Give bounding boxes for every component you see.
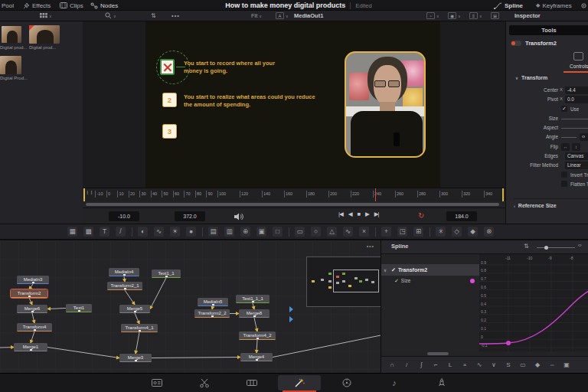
merge3d-tool-icon[interactable]: ⊗ <box>484 227 494 237</box>
page-button-fusion[interactable] <box>278 375 321 390</box>
flip-horizontal-button[interactable]: ↔ <box>561 143 570 151</box>
page-button-edit[interactable] <box>230 375 273 390</box>
ellipse-mask-tool-icon[interactable]: ○ <box>311 227 321 237</box>
media-clip-thumbnail[interactable] <box>2 26 21 43</box>
node-Merge1[interactable]: Merge1 <box>14 343 47 351</box>
step-out-spline-icon[interactable]: L <box>446 361 455 370</box>
rectangle-mask-tool-icon[interactable]: ▭ <box>295 227 305 237</box>
color-curves-tool-icon[interactable]: ∿ <box>154 227 164 237</box>
text-tool-icon[interactable]: T <box>100 227 109 237</box>
particles-tool-icon[interactable]: ✳ <box>436 227 446 237</box>
node-Text1_1_1[interactable]: Text1_1_1 <box>236 295 270 303</box>
grid-warp-tool-icon[interactable]: ⊞ <box>413 227 423 237</box>
node-enable-toggle[interactable] <box>511 41 521 46</box>
clips-button[interactable]: Clips <box>60 0 83 11</box>
current-frame-field[interactable]: 184.0 <box>446 211 477 221</box>
range-end-field[interactable]: 372.0 <box>175 211 205 221</box>
effects-button[interactable]: Effects <box>23 0 51 11</box>
slider-track[interactable] <box>561 119 588 119</box>
node-editor-options-button[interactable]: ••• <box>367 243 374 249</box>
flip-vertical-button[interactable]: ↕ <box>572 143 580 151</box>
node-Transform4[interactable]: Transform4 <box>17 323 52 332</box>
viewer-zoom-dropdown[interactable]: Fit ∨ <box>251 11 262 21</box>
page-button-fairlight[interactable]: ♪ <box>373 375 416 390</box>
spline-sort-button[interactable]: ⇅ <box>524 243 529 250</box>
media-pool-options-button[interactable]: ••• <box>172 11 180 21</box>
sort-order-button[interactable]: ⇅ <box>151 11 156 21</box>
playhead[interactable] <box>375 188 376 202</box>
spline-panel-button[interactable]: Spline <box>494 0 523 11</box>
value-field[interactable]: -4.4 <box>565 87 588 94</box>
step-in-spline-icon[interactable]: ⌐ <box>431 361 440 370</box>
media-out-tool-icon[interactable]: ▣ <box>256 227 266 237</box>
node-editor-panel[interactable]: ••• MediaIn3Transform2Merge6Text1Transfo… <box>0 240 381 373</box>
page-button-media[interactable] <box>136 375 178 390</box>
media-pool-search-button[interactable]: ∨ <box>105 11 116 21</box>
timeline-ruler[interactable]: ❘❘ -100102030405060708090100120140160180… <box>83 188 505 201</box>
stop-button[interactable]: ■ <box>358 211 361 217</box>
checkbox-checked-icon[interactable]: ✓ <box>394 276 400 286</box>
value-field[interactable]: 0.0 <box>565 96 588 103</box>
node-MediaIn3[interactable]: MediaIn3 <box>17 276 49 284</box>
blur-tool-icon[interactable]: ● <box>186 227 196 237</box>
checkbox[interactable] <box>561 172 567 178</box>
thumbnail-view-button[interactable]: ∨ <box>40 11 52 21</box>
frame-spline-icon[interactable]: ▣ <box>562 361 571 370</box>
inspector-node-row[interactable]: Transform2 <box>511 40 557 47</box>
media-pool-button[interactable]: Pool <box>2 0 14 11</box>
edges-dropdown[interactable]: Canvas <box>565 152 588 160</box>
shape3d-tool-icon[interactable]: ◆ <box>468 227 478 237</box>
node-Text1_1[interactable]: Text1_1 <box>152 270 181 278</box>
viewer-ab-dropdown[interactable]: A ∨ <box>276 11 289 21</box>
video-canvas[interactable]: You start to record where all your money… <box>145 21 440 188</box>
clip-tool-icon[interactable]: □ <box>273 227 283 237</box>
page-button-cut[interactable] <box>183 375 226 390</box>
range-start-field[interactable]: -10.0 <box>109 211 139 221</box>
fastnoise-tool-icon[interactable]: ▩ <box>83 227 93 237</box>
spline-fit-button[interactable]: ‹› <box>578 243 582 248</box>
checkbox[interactable]: ✓ <box>561 106 567 112</box>
transform-section-header[interactable]: ∨Transform <box>515 75 547 80</box>
angle-screw-control[interactable]: ‹› <box>580 133 588 141</box>
spline-tree-param-row[interactable]: ✓ Size <box>381 276 479 286</box>
node-Merge8[interactable]: Merge8 <box>239 309 270 318</box>
media-clip-thumbnail[interactable] <box>29 25 60 44</box>
node-Merge4[interactable]: Merge4 <box>240 353 273 361</box>
viewer-lut-dropdown[interactable]: ◉∨ <box>448 11 461 21</box>
loader-tool-icon[interactable]: ▤ <box>208 227 218 237</box>
checkbox[interactable] <box>561 181 567 187</box>
audio-mute-button[interactable] <box>234 213 243 220</box>
tools-section-header[interactable]: Tools <box>509 25 588 35</box>
valley-spline-icon[interactable]: ∨ <box>489 361 498 370</box>
spline-zoom-slider[interactable] <box>537 247 575 248</box>
metadata-panel-button[interactable] <box>580 0 587 11</box>
spline-hscrollbar[interactable] <box>427 352 449 355</box>
controls-tab-label[interactable]: Controls <box>570 64 588 69</box>
particle-emitter-tool-icon[interactable]: ◇ <box>452 227 462 237</box>
brightness-contrast-tool-icon[interactable]: ☀ <box>170 227 180 237</box>
viewer-options-dropdown[interactable]: ≡∨ <box>469 11 482 21</box>
s-curve-spline-icon[interactable]: S <box>504 361 513 370</box>
node-Merge6[interactable]: Merge6 <box>17 305 47 313</box>
nodes-button[interactable]: Nodes <box>90 0 118 11</box>
tracker-tool-icon[interactable]: + <box>381 227 391 237</box>
node-Transform2_1[interactable]: Transform2_1 <box>107 282 142 290</box>
viewer-expand-button[interactable]: ⊞ <box>491 11 499 21</box>
node-Text1[interactable]: Text1 <box>66 304 92 312</box>
viewer-show-controls-dropdown[interactable]: ▫∨ <box>426 11 439 21</box>
node-Transform2_2[interactable]: Transform2_2 <box>194 309 230 318</box>
node-Transform4_1[interactable]: Transform4_1 <box>121 324 158 332</box>
linear-spline-icon[interactable]: / <box>402 361 411 370</box>
page-button-deliver[interactable] <box>420 375 463 390</box>
go-to-end-button[interactable]: ▶| <box>374 211 379 217</box>
node-Transform2[interactable]: Transform2 <box>11 289 47 298</box>
invert-spline-icon[interactable]: × <box>460 361 469 370</box>
go-to-start-button[interactable]: |◀ <box>338 211 343 217</box>
play-button[interactable]: ▶ <box>365 211 369 217</box>
play-reverse-button[interactable]: ◀ <box>348 211 352 217</box>
color-corrector-tool-icon[interactable]: ◐ <box>138 227 148 237</box>
spline-tree-node-row[interactable]: ∨ ✓ Transform2 <box>381 264 479 276</box>
bspline-mask-tool-icon[interactable]: ∿ <box>343 227 353 237</box>
ease-spline-icon[interactable]: ∫ <box>416 361 426 370</box>
mask-paint-tool-icon[interactable]: × <box>359 227 369 237</box>
